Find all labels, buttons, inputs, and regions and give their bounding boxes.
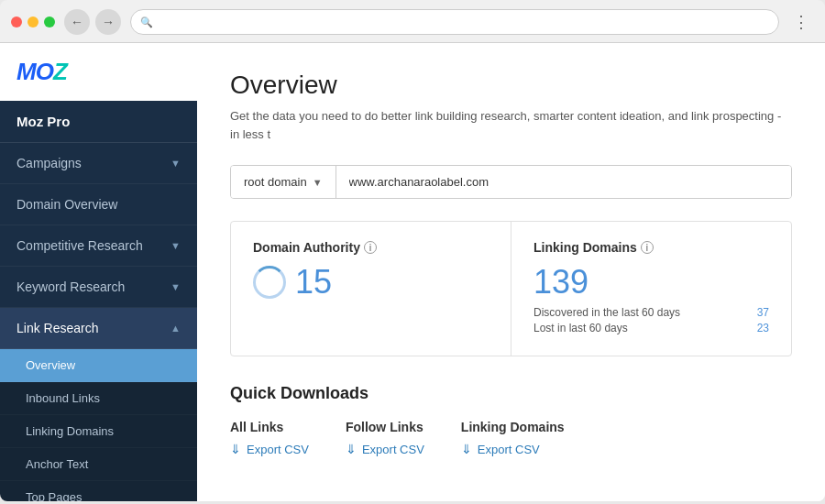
sidebar-sub-item-overview[interactable]: Overview [0,349,197,382]
sidebar-logo: MOZ [0,43,197,101]
follow-links-label: Follow Links [346,420,424,434]
domain-input[interactable] [336,166,791,198]
sidebar-item-keyword-research[interactable]: Keyword Research ▼ [0,267,197,308]
chevron-down-icon: ▼ [170,158,181,169]
all-links-export-button[interactable]: ⇓ Export CSV [230,442,309,456]
follow-links-export-button[interactable]: ⇓ Export CSV [346,442,424,456]
browser-chrome: ← → 🔍 ⋮ [0,0,825,43]
domain-authority-info-icon[interactable]: i [364,241,377,254]
domain-authority-circle [253,266,286,299]
linking-domains-info-icon[interactable]: i [641,241,654,254]
sidebar-item-competitive-research[interactable]: Competitive Research ▼ [0,225,197,267]
sidebar-item-campaigns[interactable]: Campaigns ▼ [0,143,197,184]
all-links-label: All Links [230,420,309,434]
sidebar: MOZ Moz Pro Campaigns ▼ Domain Overview … [0,43,197,501]
downloads-row: All Links ⇓ Export CSV Follow Links ⇓ Ex… [230,420,792,456]
forward-button[interactable]: → [95,9,121,35]
domain-type-dropdown[interactable]: root domain ▼ [231,166,336,198]
close-button[interactable] [11,16,22,27]
domain-authority-label: Domain Authority i [253,240,489,255]
linking-domains-card: Linking Domains i 139 Discovered in the … [512,222,791,356]
linking-domains-value: 139 [534,266,769,299]
page-description: Get the data you need to do better link … [230,107,792,143]
sidebar-sub-item-inbound-links[interactable]: Inbound Links [0,382,197,415]
sidebar-sub-item-top-pages[interactable]: Top Pages [0,481,197,501]
download-icon: ⇓ [461,442,472,456]
linking-domains-sub-rows: Discovered in the last 60 days 37 Lost i… [534,306,769,334]
chevron-down-icon: ▼ [170,281,181,292]
address-bar[interactable]: 🔍 [130,9,779,35]
domain-authority-value: 15 [295,266,332,299]
linking-domains-label: Linking Domains i [534,240,769,255]
link-research-sub-menu: Overview Inbound Links Linking Domains A… [0,349,197,501]
domain-search-bar: root domain ▼ [230,165,792,199]
nav-buttons: ← → [64,9,121,35]
sidebar-sub-item-linking-domains[interactable]: Linking Domains [0,415,197,448]
sidebar-item-moz-pro[interactable]: Moz Pro [0,101,197,143]
minimize-button[interactable] [28,16,38,27]
linking-domains-export-button[interactable]: ⇓ Export CSV [461,442,540,456]
chevron-down-icon: ▼ [170,240,181,251]
chevron-up-icon: ▲ [170,323,181,334]
main-content: Overview Get the data you need to do bet… [197,43,825,501]
sidebar-item-link-research[interactable]: Link Research ▲ [0,308,197,349]
quick-downloads-title: Quick Downloads [230,384,792,403]
discovered-value: 37 [757,306,769,319]
download-group-follow-links: Follow Links ⇓ Export CSV [346,420,424,456]
moz-logo: MOZ [16,58,67,86]
sidebar-item-domain-overview[interactable]: Domain Overview [0,184,197,225]
search-icon: 🔍 [140,16,153,28]
app-container: MOZ Moz Pro Campaigns ▼ Domain Overview … [0,43,825,501]
linking-domains-dl-label: Linking Domains [461,420,565,434]
domain-authority-value-row: 15 [253,266,489,299]
back-button[interactable]: ← [64,9,90,35]
lost-row: Lost in last 60 days 23 [534,322,769,334]
sidebar-sub-item-anchor-text[interactable]: Anchor Text [0,448,197,481]
download-group-linking-domains: Linking Domains ⇓ Export CSV [461,420,565,456]
download-icon: ⇓ [230,442,241,456]
traffic-lights [11,16,55,27]
lost-value: 23 [757,322,769,334]
maximize-button[interactable] [44,16,55,27]
stats-row: Domain Authority i 15 Linking Domains i … [230,221,792,356]
discovered-row: Discovered in the last 60 days 37 [534,306,769,319]
chevron-down-icon: ▼ [313,177,323,188]
download-group-all-links: All Links ⇓ Export CSV [230,420,309,456]
browser-menu-button[interactable]: ⋮ [788,9,814,35]
domain-type-label: root domain [244,175,307,189]
domain-authority-card: Domain Authority i 15 [231,222,512,356]
download-icon: ⇓ [346,442,357,456]
page-title: Overview [230,71,792,100]
